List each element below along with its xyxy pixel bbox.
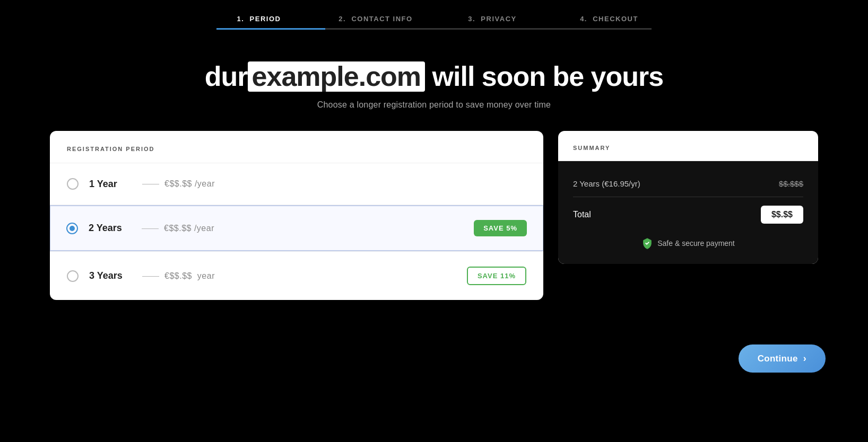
summary-period-label: 2 Years (€16.95/yr) — [573, 179, 640, 188]
hero-title: durexample.com will soon be yours — [0, 61, 868, 92]
hero-title-suffix: will soon be yours — [425, 61, 663, 92]
step-privacy: 3. PRIVACY — [434, 15, 551, 28]
summary-body: 2 Years (€16.95/yr) $$.$$$ Total $$.$$ S… — [558, 161, 818, 264]
option-3years-price: €$$.$$ year — [164, 271, 215, 281]
continue-label: Continue — [758, 353, 798, 364]
summary-total-label: Total — [573, 210, 591, 219]
hero-section: durexample.com will soon be yours Choose… — [0, 30, 868, 131]
radio-1year[interactable] — [67, 178, 79, 190]
progress-segment-1 — [216, 28, 325, 30]
progress-segment-2 — [325, 28, 434, 30]
step-contact: 2. CONTACT INFO — [317, 15, 434, 28]
save-5pct-badge[interactable]: SAVE 5% — [474, 220, 527, 236]
summary-period-row: 2 Years (€16.95/yr) $$.$$$ — [573, 174, 803, 193]
step-period-label: 1. PERIOD — [237, 15, 281, 28]
registration-title: REGISTRATION PERIOD — [67, 146, 155, 152]
option-3years[interactable]: 3 Years —— €$$.$$ year SAVE 11% — [50, 252, 543, 300]
save-11pct-badge[interactable]: SAVE 11% — [467, 267, 526, 285]
shield-icon — [641, 237, 653, 249]
summary-total-row: Total $$.$$ — [573, 200, 803, 229]
option-1year-dash: —— — [142, 179, 159, 189]
summary-total-value: $$.$$ — [761, 206, 803, 224]
summary-divider — [573, 197, 803, 197]
step-privacy-label: 3. PRIVACY — [468, 15, 516, 28]
option-2years-price: €$$.$$ /year — [164, 224, 214, 233]
summary-period-value: $$.$$$ — [779, 179, 803, 188]
option-2years[interactable]: 2 Years —— €$$.$$ /year SAVE 5% — [50, 205, 543, 252]
progress-segment-4 — [543, 28, 652, 30]
secure-text: Safe & secure payment — [657, 239, 735, 247]
registration-options: 1 Year —— €$$.$$ /year 2 Years —— €$$.$$… — [50, 163, 543, 300]
hero-title-prefix: dur — [205, 61, 248, 92]
option-2years-label: 2 Years — [89, 223, 136, 234]
chevron-right-icon: › — [803, 353, 806, 364]
summary-secure-section: Safe & secure payment — [573, 229, 803, 251]
radio-2years[interactable] — [66, 223, 78, 234]
continue-btn-wrap: Continue › — [0, 332, 868, 373]
hero-domain: example.com — [248, 61, 426, 92]
option-1year-label: 1 Year — [89, 179, 137, 190]
step-contact-label: 2. CONTACT INFO — [338, 15, 412, 28]
continue-button[interactable]: Continue › — [739, 344, 826, 373]
option-3years-label: 3 Years — [89, 270, 137, 281]
hero-subtitle: Choose a longer registration period to s… — [0, 100, 868, 110]
option-1year[interactable]: 1 Year —— €$$.$$ /year — [50, 163, 543, 205]
radio-2years-dot — [70, 226, 75, 231]
registration-card: REGISTRATION PERIOD 1 Year —— €$$.$$ /ye… — [50, 131, 543, 300]
option-3years-dash: —— — [142, 271, 159, 281]
summary-card: SUMMARY 2 Years (€16.95/yr) $$.$$$ Total… — [558, 131, 818, 264]
option-1year-price: €$$.$$ /year — [164, 179, 215, 189]
summary-title: SUMMARY — [573, 145, 610, 151]
option-2years-dash: —— — [142, 224, 159, 233]
stepper: 1. PERIOD 2. CONTACT INFO 3. PRIVACY 4. … — [0, 0, 868, 28]
radio-3years[interactable] — [67, 270, 79, 282]
main-content: REGISTRATION PERIOD 1 Year —— €$$.$$ /ye… — [0, 131, 868, 332]
stepper-progress — [216, 28, 652, 30]
summary-header: SUMMARY — [558, 131, 818, 161]
step-checkout-label: 4. CHECKOUT — [580, 15, 638, 28]
registration-header: REGISTRATION PERIOD — [50, 131, 543, 163]
step-checkout: 4. CHECKOUT — [551, 15, 667, 28]
step-period: 1. PERIOD — [201, 15, 317, 28]
progress-segment-3 — [434, 28, 543, 30]
